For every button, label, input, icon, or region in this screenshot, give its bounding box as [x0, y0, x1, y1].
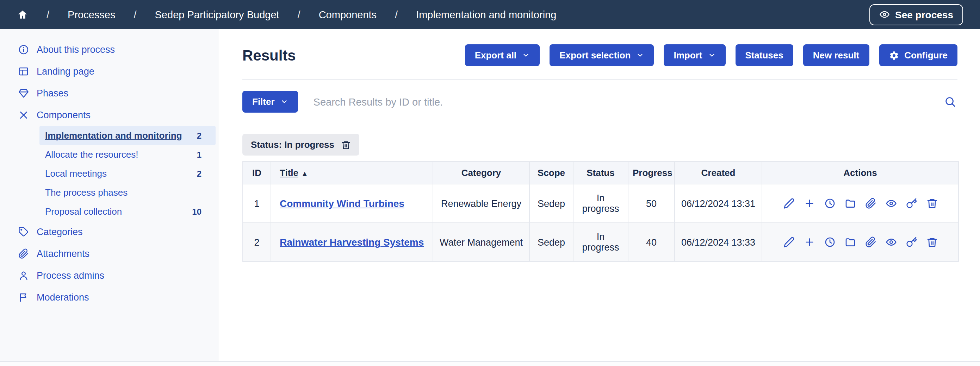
cell-scope: Sedep [530, 223, 573, 261]
add-icon[interactable] [803, 236, 815, 248]
export-all-button[interactable]: Export all [465, 44, 540, 66]
breadcrumb-separator: / [298, 9, 301, 20]
breadcrumb-separator: / [134, 9, 136, 20]
sidebar-item-label: About this process [37, 44, 115, 55]
divider [242, 79, 958, 79]
sidebar-subitem-allocate-the-resources[interactable]: Allocate the resources! 1 [40, 145, 216, 164]
folder-icon[interactable] [845, 198, 856, 209]
sidebar-item-components[interactable]: Components [0, 104, 218, 126]
edit-icon[interactable] [783, 236, 794, 248]
gear-icon [889, 50, 899, 60]
search-input[interactable] [312, 95, 943, 108]
cell-category: Renewable Energy [433, 184, 530, 223]
topbar: / Processes / Sedep Participatory Budget… [0, 0, 980, 29]
sidebar-item-label: Components [37, 110, 91, 120]
col-header-title: Title▲ [271, 162, 433, 184]
preview-icon[interactable] [885, 236, 897, 248]
cell-status: In progress [573, 184, 628, 223]
folder-icon[interactable] [845, 236, 856, 248]
export-selection-button[interactable]: Export selection [549, 44, 654, 66]
count-badge: 1 [197, 150, 202, 159]
breadcrumb-item-process[interactable]: Sedep Participatory Budget [155, 9, 279, 20]
sidebar-item-about[interactable]: About this process [0, 39, 218, 60]
chevron-down-icon [708, 51, 716, 59]
delete-icon[interactable] [926, 198, 937, 209]
sidebar-item-moderations[interactable]: Moderations [0, 287, 218, 308]
filter-row: Filter [242, 91, 958, 112]
permissions-key-icon[interactable] [906, 198, 917, 209]
sidebar-subitem-the-process-phases[interactable]: The process phases [40, 183, 216, 202]
sidebar-item-process-admins[interactable]: Process admins [0, 265, 218, 287]
delete-icon[interactable] [926, 236, 937, 248]
breadcrumb-item-components[interactable]: Components [319, 9, 377, 20]
sidebar: About this process Landing page Phases C… [0, 29, 218, 361]
sidebar-item-label: Process admins [37, 270, 104, 281]
cell-title: Community Wind Turbines [271, 184, 433, 223]
result-link[interactable]: Community Wind Turbines [280, 198, 404, 209]
new-result-button[interactable]: New result [803, 44, 869, 66]
sidebar-subitem-implementation-and-monitoring[interactable]: Implementation and monitoring 2 [40, 126, 216, 145]
remove-filter-trash-icon[interactable] [341, 140, 351, 150]
col-header-id: ID [243, 162, 271, 184]
home-icon[interactable] [17, 9, 28, 20]
col-header-progress: Progress [628, 162, 675, 184]
col-header-category: Category [433, 162, 530, 184]
sidebar-item-attachments[interactable]: Attachments [0, 243, 218, 265]
col-header-actions: Actions [762, 162, 959, 184]
sidebar-item-categories[interactable]: Categories [0, 221, 218, 243]
col-header-scope: Scope [530, 162, 573, 184]
sidebar-subitem-label: The process phases [45, 187, 127, 198]
flag-icon [18, 292, 29, 303]
see-process-button[interactable]: See process [869, 4, 963, 25]
add-icon[interactable] [803, 198, 815, 209]
permissions-key-icon[interactable] [906, 236, 917, 248]
active-filters: Status: In progress [242, 134, 958, 155]
cell-id: 1 [243, 184, 271, 223]
history-icon[interactable] [824, 198, 835, 209]
cell-actions [762, 184, 959, 223]
attachments-icon[interactable] [865, 236, 876, 248]
main-content: Results Export all Export selection Impo… [218, 29, 980, 361]
count-badge: 2 [197, 131, 202, 140]
filter-label: Filter [252, 97, 275, 107]
statuses-label: Statuses [745, 50, 783, 60]
table-header-row: ID Title▲ Category Scope Status Progress… [243, 162, 959, 184]
sidebar-item-phases[interactable]: Phases [0, 82, 218, 104]
search-button[interactable] [943, 94, 958, 109]
import-label: Import [673, 50, 702, 60]
chevron-down-icon [522, 51, 530, 59]
sidebar-subitem-proposal-collection[interactable]: Proposal collection 10 [40, 202, 216, 221]
sort-by-title[interactable]: Title [280, 168, 298, 178]
configure-button[interactable]: Configure [879, 44, 958, 66]
history-icon[interactable] [824, 236, 835, 248]
cell-title: Rainwater Harvesting Systems [271, 223, 433, 261]
sidebar-item-label: Categories [37, 227, 83, 237]
chevron-down-icon [280, 98, 288, 106]
cell-id: 2 [243, 223, 271, 261]
new-result-label: New result [813, 50, 859, 60]
col-header-status: Status [573, 162, 628, 184]
breadcrumb-item-processes[interactable]: Processes [68, 9, 115, 20]
page-title: Results [242, 47, 296, 64]
attachments-icon[interactable] [865, 198, 876, 209]
preview-icon[interactable] [885, 198, 897, 209]
sidebar-item-label: Moderations [37, 292, 89, 303]
cell-progress: 50 [628, 184, 675, 223]
search-icon [944, 96, 956, 108]
filter-button[interactable]: Filter [242, 91, 298, 112]
cell-created: 06/12/2024 13:31 [675, 184, 762, 223]
sidebar-subitem-local-meetings[interactable]: Local meetings 2 [40, 164, 216, 183]
cell-status: In progress [573, 223, 628, 261]
tools-icon [18, 110, 29, 120]
count-badge: 2 [197, 169, 202, 178]
breadcrumb-separator: / [395, 9, 398, 20]
statuses-button[interactable]: Statuses [735, 44, 793, 66]
sidebar-item-landing-page[interactable]: Landing page [0, 60, 218, 82]
tag-icon [18, 227, 29, 237]
import-button[interactable]: Import [663, 44, 725, 66]
configure-label: Configure [904, 50, 948, 60]
results-table: ID Title▲ Category Scope Status Progress… [242, 161, 959, 262]
edit-icon[interactable] [783, 198, 794, 209]
results-toolbar: Export all Export selection Import Statu… [465, 44, 958, 66]
result-link[interactable]: Rainwater Harvesting Systems [280, 236, 424, 248]
